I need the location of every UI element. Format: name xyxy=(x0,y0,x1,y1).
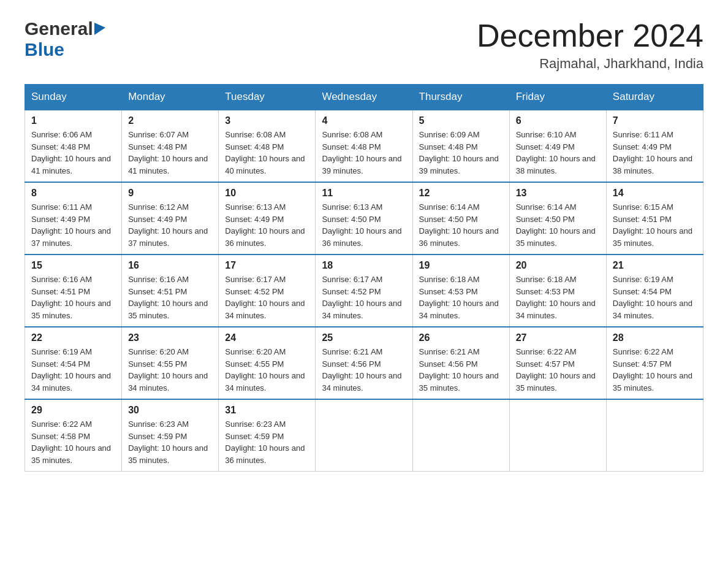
day-number: 25 xyxy=(322,332,406,343)
day-number: 22 xyxy=(31,332,115,343)
day-info: Sunrise: 6:17 AMSunset: 4:52 PMDaylight:… xyxy=(322,274,406,321)
day-info: Sunrise: 6:19 AMSunset: 4:54 PMDaylight:… xyxy=(613,274,697,321)
week-row-4: 22 Sunrise: 6:19 AMSunset: 4:54 PMDaylig… xyxy=(25,327,703,399)
day-info: Sunrise: 6:11 AMSunset: 4:49 PMDaylight:… xyxy=(31,201,115,249)
day-info: Sunrise: 6:20 AMSunset: 4:55 PMDaylight:… xyxy=(225,346,309,394)
calendar-cell xyxy=(509,399,606,472)
day-info: Sunrise: 6:19 AMSunset: 4:54 PMDaylight:… xyxy=(31,346,115,394)
day-info: Sunrise: 6:14 AMSunset: 4:50 PMDaylight:… xyxy=(419,201,503,249)
calendar-cell: 26 Sunrise: 6:21 AMSunset: 4:56 PMDaylig… xyxy=(412,327,509,399)
day-info: Sunrise: 6:20 AMSunset: 4:55 PMDaylight:… xyxy=(128,346,212,394)
day-number: 13 xyxy=(516,188,600,199)
day-info: Sunrise: 6:22 AMSunset: 4:57 PMDaylight:… xyxy=(516,346,600,394)
day-number: 29 xyxy=(31,405,115,416)
calendar-cell: 31 Sunrise: 6:23 AMSunset: 4:59 PMDaylig… xyxy=(219,399,316,472)
calendar-cell: 14 Sunrise: 6:15 AMSunset: 4:51 PMDaylig… xyxy=(606,182,703,255)
week-row-5: 29 Sunrise: 6:22 AMSunset: 4:58 PMDaylig… xyxy=(25,399,703,472)
logo-blue-text: Blue xyxy=(25,39,64,60)
day-number: 16 xyxy=(128,260,212,271)
day-number: 15 xyxy=(31,260,115,271)
calendar-table: SundayMondayTuesdayWednesdayThursdayFrid… xyxy=(25,84,703,472)
day-number: 18 xyxy=(322,260,406,271)
day-info: Sunrise: 6:10 AMSunset: 4:49 PMDaylight:… xyxy=(516,129,600,177)
calendar-cell: 19 Sunrise: 6:18 AMSunset: 4:53 PMDaylig… xyxy=(412,255,509,327)
header-thursday: Thursday xyxy=(412,85,509,110)
calendar-cell: 15 Sunrise: 6:16 AMSunset: 4:51 PMDaylig… xyxy=(25,255,122,327)
calendar-title: December 2024 xyxy=(477,18,703,53)
day-info: Sunrise: 6:22 AMSunset: 4:58 PMDaylight:… xyxy=(31,418,115,466)
title-area: December 2024 Rajmahal, Jharkhand, India xyxy=(477,18,703,72)
header-saturday: Saturday xyxy=(606,85,703,110)
day-info: Sunrise: 6:16 AMSunset: 4:51 PMDaylight:… xyxy=(31,274,115,321)
header-monday: Monday xyxy=(122,85,219,110)
calendar-cell: 6 Sunrise: 6:10 AMSunset: 4:49 PMDayligh… xyxy=(509,110,606,182)
day-number: 9 xyxy=(128,188,212,199)
day-number: 7 xyxy=(613,115,697,126)
day-number: 17 xyxy=(225,260,309,271)
header-sunday: Sunday xyxy=(25,85,122,110)
day-number: 24 xyxy=(225,332,309,343)
calendar-cell: 20 Sunrise: 6:18 AMSunset: 4:53 PMDaylig… xyxy=(509,255,606,327)
day-info: Sunrise: 6:08 AMSunset: 4:48 PMDaylight:… xyxy=(225,129,309,177)
page-header: General Blue December 2024 Rajmahal, Jha… xyxy=(25,18,703,72)
calendar-cell: 17 Sunrise: 6:17 AMSunset: 4:52 PMDaylig… xyxy=(219,255,316,327)
calendar-cell xyxy=(412,399,509,472)
calendar-cell: 8 Sunrise: 6:11 AMSunset: 4:49 PMDayligh… xyxy=(25,182,122,255)
day-info: Sunrise: 6:07 AMSunset: 4:48 PMDaylight:… xyxy=(128,129,212,177)
day-number: 30 xyxy=(128,405,212,416)
day-info: Sunrise: 6:21 AMSunset: 4:56 PMDaylight:… xyxy=(322,346,406,394)
calendar-cell: 3 Sunrise: 6:08 AMSunset: 4:48 PMDayligh… xyxy=(219,110,316,182)
day-info: Sunrise: 6:18 AMSunset: 4:53 PMDaylight:… xyxy=(419,274,503,321)
day-number: 6 xyxy=(516,115,600,126)
day-info: Sunrise: 6:16 AMSunset: 4:51 PMDaylight:… xyxy=(128,274,212,321)
calendar-cell xyxy=(606,399,703,472)
calendar-cell: 12 Sunrise: 6:14 AMSunset: 4:50 PMDaylig… xyxy=(412,182,509,255)
day-info: Sunrise: 6:09 AMSunset: 4:48 PMDaylight:… xyxy=(419,129,503,177)
day-info: Sunrise: 6:08 AMSunset: 4:48 PMDaylight:… xyxy=(322,129,406,177)
day-info: Sunrise: 6:14 AMSunset: 4:50 PMDaylight:… xyxy=(516,201,600,249)
calendar-cell: 1 Sunrise: 6:06 AMSunset: 4:48 PMDayligh… xyxy=(25,110,122,182)
week-row-1: 1 Sunrise: 6:06 AMSunset: 4:48 PMDayligh… xyxy=(25,110,703,182)
day-number: 3 xyxy=(225,115,309,126)
header-friday: Friday xyxy=(509,85,606,110)
calendar-cell: 27 Sunrise: 6:22 AMSunset: 4:57 PMDaylig… xyxy=(509,327,606,399)
day-number: 27 xyxy=(516,332,600,343)
calendar-cell: 9 Sunrise: 6:12 AMSunset: 4:49 PMDayligh… xyxy=(122,182,219,255)
day-info: Sunrise: 6:23 AMSunset: 4:59 PMDaylight:… xyxy=(225,418,309,466)
day-number: 11 xyxy=(322,188,406,199)
header-wednesday: Wednesday xyxy=(316,85,412,110)
day-number: 21 xyxy=(613,260,697,271)
day-number: 14 xyxy=(613,188,697,199)
day-number: 26 xyxy=(419,332,503,343)
day-info: Sunrise: 6:22 AMSunset: 4:57 PMDaylight:… xyxy=(613,346,697,394)
calendar-cell: 24 Sunrise: 6:20 AMSunset: 4:55 PMDaylig… xyxy=(219,327,316,399)
calendar-cell: 2 Sunrise: 6:07 AMSunset: 4:48 PMDayligh… xyxy=(122,110,219,182)
day-number: 31 xyxy=(225,405,309,416)
calendar-cell: 30 Sunrise: 6:23 AMSunset: 4:59 PMDaylig… xyxy=(122,399,219,472)
day-info: Sunrise: 6:18 AMSunset: 4:53 PMDaylight:… xyxy=(516,274,600,321)
day-info: Sunrise: 6:13 AMSunset: 4:50 PMDaylight:… xyxy=(322,201,406,249)
week-row-3: 15 Sunrise: 6:16 AMSunset: 4:51 PMDaylig… xyxy=(25,255,703,327)
svg-marker-0 xyxy=(94,23,105,35)
calendar-cell: 16 Sunrise: 6:16 AMSunset: 4:51 PMDaylig… xyxy=(122,255,219,327)
day-info: Sunrise: 6:11 AMSunset: 4:49 PMDaylight:… xyxy=(613,129,697,177)
calendar-cell: 22 Sunrise: 6:19 AMSunset: 4:54 PMDaylig… xyxy=(25,327,122,399)
calendar-cell: 5 Sunrise: 6:09 AMSunset: 4:48 PMDayligh… xyxy=(412,110,509,182)
calendar-cell: 4 Sunrise: 6:08 AMSunset: 4:48 PMDayligh… xyxy=(316,110,412,182)
calendar-cell xyxy=(316,399,412,472)
day-info: Sunrise: 6:06 AMSunset: 4:48 PMDaylight:… xyxy=(31,129,115,177)
day-number: 12 xyxy=(419,188,503,199)
calendar-cell: 23 Sunrise: 6:20 AMSunset: 4:55 PMDaylig… xyxy=(122,327,219,399)
calendar-cell: 11 Sunrise: 6:13 AMSunset: 4:50 PMDaylig… xyxy=(316,182,412,255)
day-number: 23 xyxy=(128,332,212,343)
calendar-cell: 25 Sunrise: 6:21 AMSunset: 4:56 PMDaylig… xyxy=(316,327,412,399)
calendar-cell: 10 Sunrise: 6:13 AMSunset: 4:49 PMDaylig… xyxy=(219,182,316,255)
day-number: 10 xyxy=(225,188,309,199)
day-number: 4 xyxy=(322,115,406,126)
days-header-row: SundayMondayTuesdayWednesdayThursdayFrid… xyxy=(25,85,703,110)
calendar-cell: 28 Sunrise: 6:22 AMSunset: 4:57 PMDaylig… xyxy=(606,327,703,399)
day-number: 20 xyxy=(516,260,600,271)
day-info: Sunrise: 6:23 AMSunset: 4:59 PMDaylight:… xyxy=(128,418,212,466)
calendar-cell: 29 Sunrise: 6:22 AMSunset: 4:58 PMDaylig… xyxy=(25,399,122,472)
logo-triangle-icon xyxy=(94,23,105,35)
